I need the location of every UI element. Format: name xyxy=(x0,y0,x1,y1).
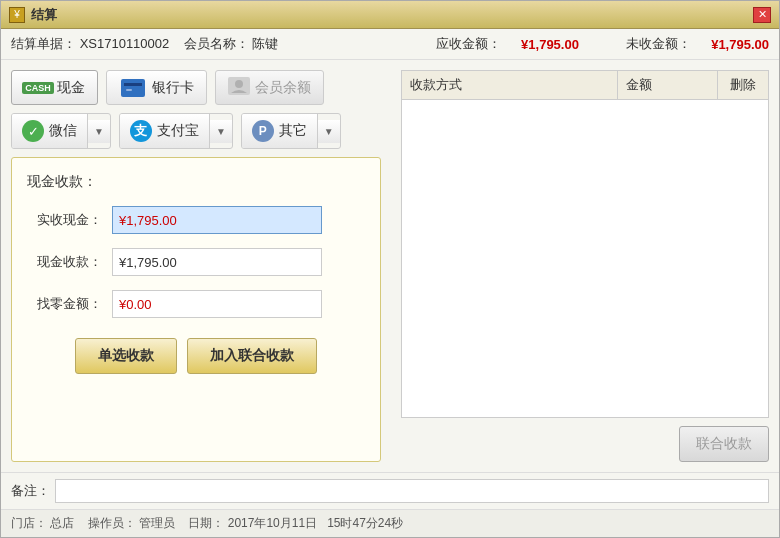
other-icon: P xyxy=(252,120,274,142)
alipay-label: 支付宝 xyxy=(157,122,199,140)
time-value: 15时47分24秒 xyxy=(327,516,403,530)
member-label: 会员余额 xyxy=(255,79,311,97)
order-info: 结算单据： XS1710110002 会员名称： 陈键 xyxy=(11,35,278,53)
cash-label: 现金 xyxy=(57,79,85,97)
wechat-button[interactable]: ✓ 微信 xyxy=(12,114,88,148)
receivable-label: 应收金额： xyxy=(436,35,501,53)
alipay-button[interactable]: 支 支付宝 xyxy=(120,114,210,148)
order-label: 结算单据： xyxy=(11,36,76,51)
actual-cash-input[interactable] xyxy=(112,206,322,234)
cash-received-input[interactable] xyxy=(112,248,322,276)
svg-point-4 xyxy=(235,80,243,88)
col-method-header: 收款方式 xyxy=(402,71,618,99)
status-bar: 门店： 总店 操作员： 管理员 日期： 2017年10月11日 15时47分24… xyxy=(1,510,779,537)
date-label: 日期： xyxy=(188,516,224,530)
cash-button[interactable]: CASH 现金 xyxy=(11,70,98,105)
title-bar: ¥ 结算 ✕ xyxy=(1,1,779,29)
bank-card-button[interactable]: 银行卡 xyxy=(106,70,207,105)
svg-rect-1 xyxy=(124,83,142,86)
order-no: XS1710110002 xyxy=(80,36,170,51)
other-button[interactable]: P 其它 xyxy=(242,114,318,148)
window-title: 结算 xyxy=(31,6,753,24)
member-label: 会员名称： xyxy=(184,36,249,51)
main-content: CASH 现金 银行卡 xyxy=(1,60,779,472)
change-label: 找零金额： xyxy=(27,295,102,313)
remarks-label: 备注： xyxy=(11,482,50,500)
amounts-row: 应收金额： ¥1,795.00 未收金额： ¥1,795.00 xyxy=(436,35,769,53)
footer: 备注： 门店： 总店 操作员： 管理员 日期： 2017年10月11日 15时4… xyxy=(1,472,779,537)
remarks-input[interactable] xyxy=(55,479,769,503)
cash-received-label: 现金收款： xyxy=(27,253,102,271)
cash-icon-label: CASH xyxy=(22,82,54,94)
member-icon xyxy=(228,77,250,98)
table-header: 收款方式 金额 删除 xyxy=(402,71,768,100)
action-buttons: 单选收款 加入联合收款 xyxy=(27,338,365,374)
operator-name: 管理员 xyxy=(139,516,175,530)
store-name: 总店 xyxy=(50,516,74,530)
header-info-row: 结算单据： XS1710110002 会员名称： 陈键 应收金额： ¥1,795… xyxy=(1,29,779,60)
other-arrow[interactable]: ▼ xyxy=(318,120,340,143)
cash-received-row: 现金收款： xyxy=(27,248,365,276)
wechat-button-group: ✓ 微信 ▼ xyxy=(11,113,111,149)
other-label: 其它 xyxy=(279,122,307,140)
close-button[interactable]: ✕ xyxy=(753,7,771,23)
wechat-icon: ✓ xyxy=(22,120,44,142)
actual-cash-row: 实收现金： xyxy=(27,206,365,234)
cash-icon: CASH xyxy=(24,78,52,98)
col-delete-header: 删除 xyxy=(718,71,768,99)
payment-row-2: ✓ 微信 ▼ 支 支付宝 ▼ xyxy=(11,113,381,149)
single-collect-button[interactable]: 单选收款 xyxy=(75,338,177,374)
change-input[interactable] xyxy=(112,290,322,318)
member-balance-button[interactable]: 会员余额 xyxy=(215,70,324,105)
operator-label: 操作员： xyxy=(88,516,136,530)
cash-section-title: 现金收款： xyxy=(27,173,365,191)
cash-section: 现金收款： 实收现金： 现金收款： 找零金额： 单选收款 加入联合收款 xyxy=(11,157,381,462)
actual-cash-label: 实收现金： xyxy=(27,211,102,229)
payment-row-1: CASH 现金 银行卡 xyxy=(11,70,381,105)
wechat-label: 微信 xyxy=(49,122,77,140)
remarks-row: 备注： xyxy=(1,473,779,510)
date-value: 2017年10月11日 xyxy=(228,516,317,530)
main-window: ¥ 结算 ✕ 结算单据： XS1710110002 会员名称： 陈键 应收金额：… xyxy=(0,0,780,538)
svg-rect-2 xyxy=(126,89,132,91)
alipay-icon: 支 xyxy=(130,120,152,142)
svg-rect-0 xyxy=(124,80,142,94)
wechat-arrow[interactable]: ▼ xyxy=(88,120,110,143)
col-amount-header: 金额 xyxy=(618,71,718,99)
unpaid-label: 未收金额： xyxy=(626,35,691,53)
payment-table: 收款方式 金额 删除 xyxy=(401,70,769,418)
window-icon: ¥ xyxy=(9,7,25,23)
alipay-button-group: 支 支付宝 ▼ xyxy=(119,113,233,149)
alipay-arrow[interactable]: ▼ xyxy=(210,120,232,143)
left-panel: CASH 现金 银行卡 xyxy=(1,60,391,472)
table-body xyxy=(402,100,768,417)
other-button-group: P 其它 ▼ xyxy=(241,113,341,149)
bank-label: 银行卡 xyxy=(152,79,194,97)
right-panel: 收款方式 金额 删除 联合收款 xyxy=(391,60,779,472)
combined-collect-button[interactable]: 加入联合收款 xyxy=(187,338,317,374)
store-label: 门店： xyxy=(11,516,47,530)
bank-icon xyxy=(119,78,147,98)
member-name: 陈键 xyxy=(252,36,278,51)
combined-payment-button[interactable]: 联合收款 xyxy=(679,426,769,462)
change-row: 找零金额： xyxy=(27,290,365,318)
receivable-amount: ¥1,795.00 xyxy=(521,37,579,52)
unpaid-amount: ¥1,795.00 xyxy=(711,37,769,52)
